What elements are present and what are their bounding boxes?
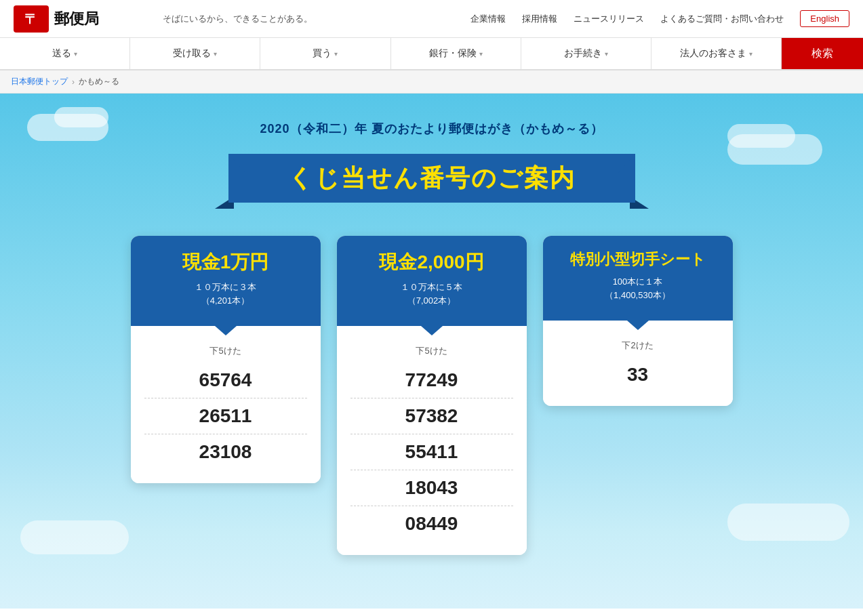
card-header-2: 現金2,000円 １０万本に５本 （7,002本） (337, 236, 527, 326)
lottery-number-2-1: 57382 (350, 398, 513, 434)
nav-item-bank[interactable]: 銀行・保険 ▾ (391, 38, 521, 69)
header: 〒 郵便局 そばにいるから、できることがある。 企業情報 採用情報 ニュースリリ… (0, 0, 863, 38)
chevron-icon: ▾ (479, 50, 483, 58)
card-subtitle-1: １０万本に３本 （4,201本） (142, 281, 310, 307)
card-body-1: 下5けた 65764 26511 23108 (131, 326, 321, 483)
lottery-number-1-1: 26511 (144, 398, 307, 434)
logo-text: 郵便局 (54, 9, 99, 29)
cloud-decoration (727, 504, 849, 541)
chevron-icon: ▾ (334, 50, 338, 58)
header-tagline: そばにいるから、できることがある。 (149, 13, 470, 25)
card-header-1: 現金1万円 １０万本に３本 （4,201本） (131, 236, 321, 326)
lottery-number-1-0: 65764 (144, 363, 307, 398)
prize-card-3: 特別小型切手シート 100本に１本 （1,400,530本） 下2けた 33 (543, 236, 733, 406)
ribbon-text: くじ当せん番号のご案内 (288, 162, 576, 195)
breadcrumb-current: かもめ～る (79, 76, 119, 87)
search-button[interactable]: 検索 (782, 38, 863, 69)
header-nav-right: 企業情報 採用情報 ニュースリリース よくあるご質問・お問い合わせ Englis… (470, 10, 849, 27)
cloud-decoration (727, 124, 795, 148)
header-link-recruit[interactable]: 採用情報 (522, 13, 557, 25)
ribbon-left-notch (228, 154, 250, 178)
card-subtitle-3: 100本に１本 （1,400,530本） (554, 275, 722, 302)
header-link-company[interactable]: 企業情報 (470, 13, 506, 25)
ribbon-banner: くじ当せん番号のご案内 (215, 148, 649, 209)
breadcrumb: 日本郵便トップ › かもめ～る (0, 70, 863, 94)
card-body-3: 下2けた 33 (543, 321, 733, 406)
prize-card-2: 現金2,000円 １０万本に５本 （7,002本） 下5けた 77249 573… (337, 236, 527, 555)
lottery-number-2-0: 77249 (350, 363, 513, 398)
chevron-icon: ▾ (749, 50, 752, 58)
nav-item-buy[interactable]: 買う ▾ (260, 38, 390, 69)
card-title-3: 特別小型切手シート (554, 249, 722, 270)
logo-area: 〒 郵便局 (14, 5, 149, 33)
post-logo-icon: 〒 (14, 5, 49, 33)
lottery-number-2-3: 18043 (350, 470, 513, 506)
digit-label-1: 下5けた (144, 345, 307, 357)
chevron-icon: ▾ (214, 50, 217, 58)
breadcrumb-home[interactable]: 日本郵便トップ (11, 76, 68, 87)
lottery-number-1-2: 23108 (144, 434, 307, 470)
lottery-number-2-2: 55411 (350, 434, 513, 470)
lottery-number-3-0: 33 (557, 357, 719, 392)
card-body-2: 下5けた 77249 57382 55411 18043 08449 (337, 326, 527, 555)
nav-item-receive[interactable]: 受け取る ▾ (130, 38, 260, 69)
hero-section: 2020（令和二）年 夏のおたより郵便はがき（かもめ～る） くじ当せん番号のご案… (0, 94, 863, 609)
svg-text:〒: 〒 (24, 12, 38, 26)
nav-item-procedure[interactable]: お手続き ▾ (521, 38, 651, 69)
english-button[interactable]: English (800, 10, 849, 27)
header-link-faq[interactable]: よくあるご質問・お問い合わせ (660, 13, 784, 25)
card-header-3: 特別小型切手シート 100本に１本 （1,400,530本） (543, 236, 733, 321)
chevron-icon: ▾ (74, 50, 77, 58)
digit-label-3: 下2けた (557, 340, 719, 352)
hero-subtitle: 2020（令和二）年 夏のおたより郵便はがき（かもめ～る） (260, 121, 603, 137)
prize-card-1: 現金1万円 １０万本に３本 （4,201本） 下5けた 65764 26511 … (131, 236, 321, 483)
nav-item-send[interactable]: 送る ▾ (0, 38, 130, 69)
card-title-1: 現金1万円 (142, 249, 310, 275)
ribbon-main: くじ当せん番号のご案内 (228, 154, 635, 203)
chevron-icon: ▾ (605, 50, 608, 58)
digit-label-2: 下5けた (350, 345, 513, 357)
main-nav: 送る ▾ 受け取る ▾ 買う ▾ 銀行・保険 ▾ お手続き ▾ 法人のお客さま … (0, 38, 863, 70)
ribbon-right-notch (614, 154, 635, 178)
cloud-decoration (54, 107, 108, 127)
breadcrumb-separator: › (72, 77, 75, 87)
nav-item-corporate[interactable]: 法人のお客さま ▾ (651, 38, 782, 69)
header-link-news[interactable]: ニュースリリース (574, 13, 644, 25)
lottery-number-2-4: 08449 (350, 506, 513, 541)
cloud-decoration (20, 520, 129, 554)
card-title-2: 現金2,000円 (348, 249, 516, 275)
card-subtitle-2: １０万本に５本 （7,002本） (348, 281, 516, 307)
prize-cards-container: 現金1万円 １０万本に３本 （4,201本） 下5けた 65764 26511 … (131, 236, 733, 555)
